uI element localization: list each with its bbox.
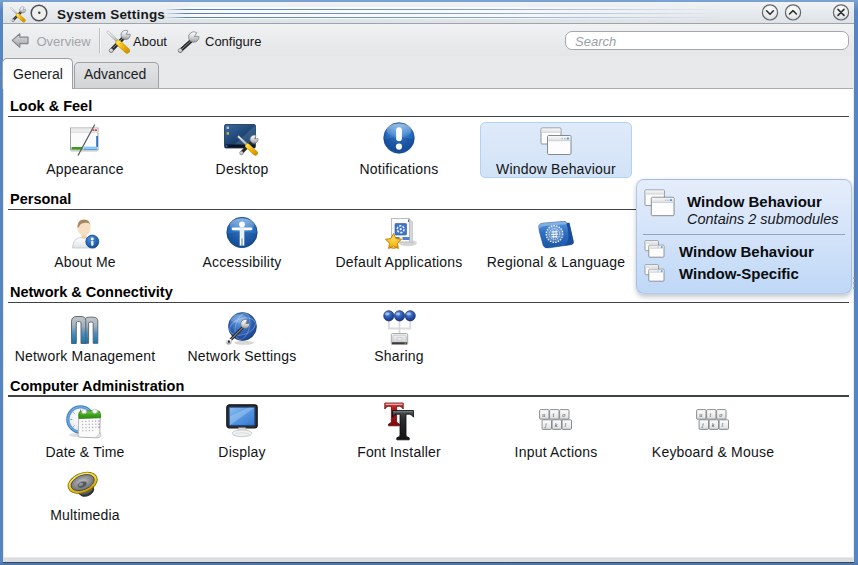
svg-text:u: u <box>542 412 545 418</box>
svg-text:k: k <box>555 422 558 428</box>
svg-text:o: o <box>562 412 565 418</box>
svg-text:u: u <box>699 412 702 418</box>
svg-text:k: k <box>712 422 715 428</box>
svg-text:j: j <box>701 422 704 428</box>
svg-text:j: j <box>544 422 547 428</box>
svg-text:o: o <box>719 412 722 418</box>
